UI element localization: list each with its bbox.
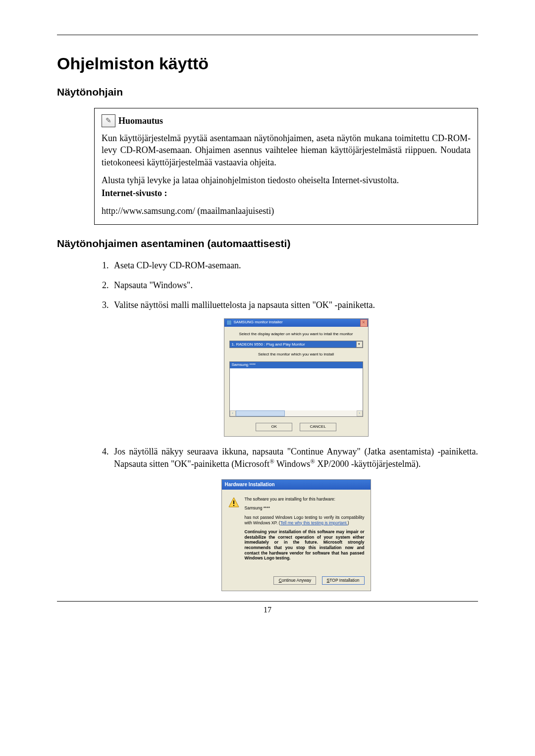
samsung-installer-dialog: SAMSUNG monitor installer × Select the d…	[224, 318, 369, 437]
step-2: Napsauta "Windows".	[111, 279, 478, 291]
close-icon[interactable]: ×	[360, 319, 368, 327]
app-icon	[226, 320, 232, 325]
hw-line3: has not passed Windows Logo testing to v…	[245, 515, 365, 525]
internet-site-url: http://www.samsung.com/ (maailmanlaajuis…	[102, 205, 471, 217]
hw-warning-bold: Continuing your installation of this sof…	[245, 529, 365, 561]
svg-rect-2	[233, 505, 234, 506]
hw-dialog-title: Hardware Installation	[225, 481, 275, 488]
monitor-listbox[interactable]: Samsung **** ‹ ›	[229, 361, 363, 417]
svg-rect-1	[233, 501, 234, 504]
hw-dialog-titlebar: Hardware Installation	[222, 480, 371, 490]
steps-list: Aseta CD-levy CD-ROM-asemaan. Napsauta "…	[94, 259, 478, 592]
step-3: Valitse näyttösi malli malliluettelosta …	[111, 299, 478, 437]
step-3-text: Valitse näyttösi malli malliluettelosta …	[114, 300, 375, 310]
stop-rest: TOP Installation	[329, 578, 359, 583]
dialog-titlebar: SAMSUNG monitor installer ×	[224, 319, 368, 327]
hw-line3-b: )	[348, 520, 349, 525]
note-paragraph-2: Alusta tyhjä levyke ja lataa ohjainohjel…	[102, 174, 471, 186]
chevron-down-icon[interactable]: ▾	[356, 341, 363, 348]
adapter-combobox[interactable]: 1. RADEON 9550 : Plug and Play Monitor ▾	[229, 341, 363, 348]
step-4-text-c: XP/2000 -käyttöjärjestelmä).	[315, 459, 421, 469]
page-number: 17	[57, 605, 478, 614]
note-label: Huomautus	[118, 115, 163, 127]
step-1: Aseta CD-levy CD-ROM-asemaan.	[111, 259, 478, 271]
horizontal-scrollbar[interactable]: ‹ ›	[230, 410, 363, 416]
warning-icon	[228, 497, 240, 508]
registered-mark-2: ®	[310, 458, 315, 465]
stop-installation-button[interactable]: STOP Installation	[322, 576, 365, 585]
instruction-monitor: Select the monitor which you want to ins…	[229, 352, 363, 357]
bottom-rule	[57, 601, 478, 602]
scroll-left-icon[interactable]: ‹	[230, 410, 236, 416]
instruction-adapter: Select the display adapter on which you …	[229, 332, 363, 337]
continue-anyway-button[interactable]: Continue Anyway	[273, 576, 316, 585]
logo-testing-link[interactable]: Tell me why this testing is important.	[280, 520, 348, 525]
scroll-track[interactable]	[236, 410, 357, 416]
hw-line1: The software you are installing for this…	[245, 497, 365, 502]
scroll-thumb[interactable]	[236, 410, 285, 416]
cancel-button[interactable]: CANCEL	[300, 423, 336, 431]
registered-mark-1: ®	[269, 458, 274, 465]
ok-button[interactable]: OK	[256, 423, 292, 431]
hardware-installation-dialog: Hardware Installation The software you a…	[221, 479, 371, 592]
section-heading-auto-install: Näytönohjaimen asentaminen (automaattise…	[57, 238, 478, 250]
section-heading-display-driver: Näytönohjain	[57, 86, 478, 98]
continue-rest: ontinue Anyway	[282, 578, 312, 583]
step-4-text-b: Windows	[274, 459, 310, 469]
top-rule	[57, 35, 478, 35]
note-box: ✎ Huomautus Kun käyttöjärjestelmä pyytää…	[94, 108, 478, 225]
step-4: Jos näytöllä näkyy seuraava ikkuna, naps…	[111, 446, 478, 591]
note-icon: ✎	[102, 114, 115, 127]
monitor-list-item[interactable]: Samsung ****	[230, 362, 363, 368]
page-title: Ohjelmiston käyttö	[57, 54, 478, 73]
note-paragraph-1: Kun käyttöjärjestelmä pyytää asentamaan …	[102, 132, 471, 168]
adapter-combobox-value: 1. RADEON 9550 : Plug and Play Monitor	[230, 341, 357, 348]
internet-site-label: Internet-sivusto :	[102, 187, 471, 199]
scroll-right-icon[interactable]: ›	[357, 410, 363, 416]
dialog-title: SAMSUNG monitor installer	[234, 320, 283, 325]
hw-line2: Samsung ****	[245, 505, 365, 511]
